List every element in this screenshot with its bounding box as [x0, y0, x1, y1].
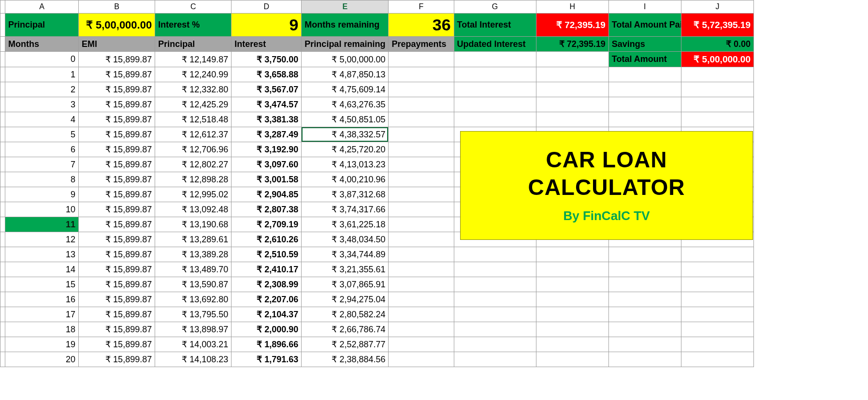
- cell-emi[interactable]: ₹ 15,899.87: [79, 52, 155, 67]
- label-total-amount-paid[interactable]: Total Amount Paid: [608, 14, 681, 37]
- cell-principal-remaining[interactable]: ₹ 2,38,884.56: [302, 352, 389, 367]
- cell-empty[interactable]: [536, 277, 608, 292]
- cell-empty[interactable]: [681, 97, 753, 112]
- cell-empty[interactable]: [454, 262, 536, 277]
- col-label-emi[interactable]: EMI: [79, 37, 155, 52]
- cell-interest[interactable]: ₹ 1,896.66: [231, 337, 302, 352]
- cell-empty[interactable]: [454, 322, 536, 337]
- cell-empty[interactable]: [536, 247, 608, 262]
- cell-principal-remaining[interactable]: ₹ 4,75,609.14: [302, 82, 389, 97]
- col-header-F[interactable]: F: [389, 0, 454, 14]
- cell-empty[interactable]: [681, 262, 753, 277]
- cell-interest[interactable]: ₹ 2,104.37: [231, 307, 302, 322]
- cell-interest[interactable]: ₹ 2,207.06: [231, 292, 302, 307]
- row-header[interactable]: [0, 52, 5, 67]
- row-header[interactable]: [0, 337, 5, 352]
- cell-emi[interactable]: ₹ 15,899.87: [79, 97, 155, 112]
- row-header[interactable]: [0, 232, 5, 247]
- cell-empty[interactable]: [454, 67, 536, 82]
- cell-prepayments[interactable]: [389, 307, 454, 322]
- row-header[interactable]: [0, 37, 5, 52]
- cell-interest[interactable]: ₹ 2,610.26: [231, 232, 302, 247]
- row-header[interactable]: [0, 352, 5, 367]
- col-header-B[interactable]: B: [79, 0, 155, 14]
- cell-principal[interactable]: ₹ 13,898.97: [155, 322, 231, 337]
- cell-empty[interactable]: [681, 337, 753, 352]
- cell-principal-remaining[interactable]: ₹ 4,13,013.23: [302, 157, 389, 172]
- cell-principal[interactable]: ₹ 14,108.23: [155, 352, 231, 367]
- cell-empty[interactable]: [608, 82, 681, 97]
- value-total-interest[interactable]: ₹ 72,395.19: [536, 14, 608, 37]
- cell-empty[interactable]: [454, 292, 536, 307]
- cell-empty[interactable]: [454, 277, 536, 292]
- cell-empty[interactable]: [608, 277, 681, 292]
- value-months-remaining[interactable]: 36: [389, 14, 454, 37]
- cell-prepayments[interactable]: [389, 247, 454, 262]
- cell-empty[interactable]: [536, 322, 608, 337]
- cell-empty[interactable]: [681, 247, 753, 262]
- cell-empty[interactable]: [608, 322, 681, 337]
- cell-empty[interactable]: [681, 112, 753, 127]
- cell-month[interactable]: 19: [5, 337, 79, 352]
- cell-principal[interactable]: ₹ 12,149.87: [155, 52, 231, 67]
- cell-emi[interactable]: ₹ 15,899.87: [79, 247, 155, 262]
- label-total-amount[interactable]: Total Amount: [608, 52, 681, 67]
- cell-principal-remaining[interactable]: ₹ 3,21,355.61: [302, 262, 389, 277]
- row-header[interactable]: [0, 187, 5, 202]
- cell-empty[interactable]: [681, 292, 753, 307]
- cell-month[interactable]: 2: [5, 82, 79, 97]
- cell-empty[interactable]: [454, 337, 536, 352]
- cell-interest[interactable]: ₹ 3,658.88: [231, 67, 302, 82]
- cell-month[interactable]: 5: [5, 127, 79, 142]
- cell-empty[interactable]: [536, 112, 608, 127]
- cell-prepayments[interactable]: [389, 157, 454, 172]
- col-header-A[interactable]: A: [5, 0, 79, 14]
- cell-month[interactable]: 18: [5, 322, 79, 337]
- cell-interest[interactable]: ₹ 3,097.60: [231, 157, 302, 172]
- cell-empty[interactable]: [536, 262, 608, 277]
- label-interest-pct[interactable]: Interest %: [155, 14, 231, 37]
- cell-empty[interactable]: [454, 52, 536, 67]
- cell-principal[interactable]: ₹ 13,289.61: [155, 232, 231, 247]
- cell-prepayments[interactable]: [389, 352, 454, 367]
- cell-month[interactable]: 14: [5, 262, 79, 277]
- cell-interest[interactable]: ₹ 3,381.38: [231, 112, 302, 127]
- cell-empty[interactable]: [454, 307, 536, 322]
- cell-month[interactable]: 3: [5, 97, 79, 112]
- cell-empty[interactable]: [681, 307, 753, 322]
- cell-emi[interactable]: ₹ 15,899.87: [79, 307, 155, 322]
- cell-empty[interactable]: [608, 67, 681, 82]
- cell-emi[interactable]: ₹ 15,899.87: [79, 217, 155, 232]
- cell-emi[interactable]: ₹ 15,899.87: [79, 82, 155, 97]
- col-header-J[interactable]: J: [681, 0, 753, 14]
- row-header[interactable]: [0, 322, 5, 337]
- cell-empty[interactable]: [536, 292, 608, 307]
- row-header[interactable]: [0, 277, 5, 292]
- cell-principal[interactable]: ₹ 12,612.37: [155, 127, 231, 142]
- cell-month[interactable]: 11: [5, 217, 79, 232]
- cell-month[interactable]: 7: [5, 157, 79, 172]
- cell-principal-remaining[interactable]: ₹ 4,38,332.57: [302, 127, 389, 142]
- cell-interest[interactable]: ₹ 2,410.17: [231, 262, 302, 277]
- cell-month[interactable]: 6: [5, 142, 79, 157]
- cell-principal-remaining[interactable]: ₹ 4,25,720.20: [302, 142, 389, 157]
- cell-prepayments[interactable]: [389, 262, 454, 277]
- cell-month[interactable]: 17: [5, 307, 79, 322]
- cell-principal-remaining[interactable]: ₹ 3,87,312.68: [302, 187, 389, 202]
- row-header[interactable]: [0, 97, 5, 112]
- cell-empty[interactable]: [536, 97, 608, 112]
- cell-emi[interactable]: ₹ 15,899.87: [79, 277, 155, 292]
- cell-month[interactable]: 13: [5, 247, 79, 262]
- row-header[interactable]: [0, 217, 5, 232]
- value-total-amount[interactable]: ₹ 5,00,000.00: [681, 52, 753, 67]
- cell-principal-remaining[interactable]: ₹ 2,94,275.04: [302, 292, 389, 307]
- cell-empty[interactable]: [608, 292, 681, 307]
- row-header[interactable]: [0, 172, 5, 187]
- cell-principal[interactable]: ₹ 13,190.68: [155, 217, 231, 232]
- row-header[interactable]: [0, 127, 5, 142]
- cell-prepayments[interactable]: [389, 292, 454, 307]
- cell-principal[interactable]: ₹ 12,995.02: [155, 187, 231, 202]
- row-header[interactable]: [0, 82, 5, 97]
- row-header[interactable]: [0, 157, 5, 172]
- cell-empty[interactable]: [681, 352, 753, 367]
